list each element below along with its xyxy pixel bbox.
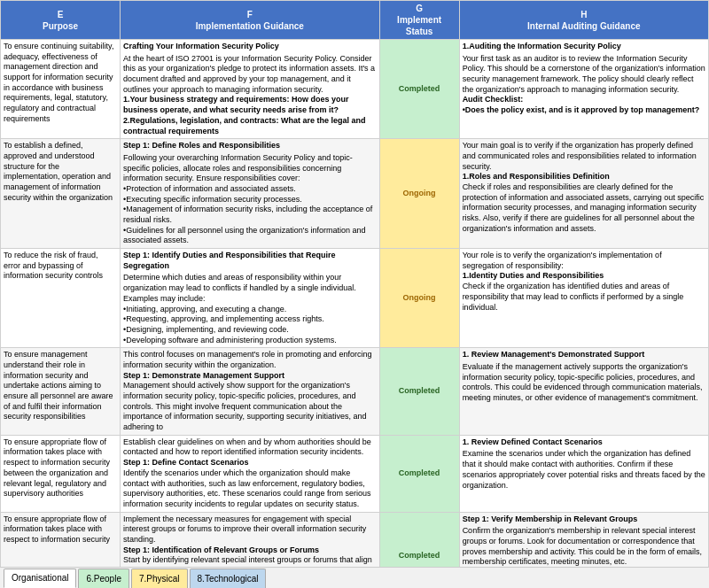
purpose-cell-4: To ensure appropriate flow of informatio… xyxy=(1,435,121,512)
col-f-header: F Implementation Guidance xyxy=(121,1,380,40)
audit-cell-0: 1.Auditing the Information Security Poli… xyxy=(459,40,708,139)
status-cell-2: Ongoing xyxy=(379,249,459,348)
audit-cell-5: Step 1: Verify Membership in Relevant Gr… xyxy=(459,512,708,567)
implementation-cell-2: Step 1: Identify Duties and Responsibili… xyxy=(121,249,380,348)
purpose-cell-2: To reduce the risk of fraud, error and b… xyxy=(1,249,121,348)
implementation-cell-0: Crafting Your Information Security Polic… xyxy=(121,40,380,139)
status-cell-5: Completed xyxy=(379,512,459,567)
implementation-cell-5: Implement the necessary measures for eng… xyxy=(121,512,380,567)
purpose-cell-5: To ensure appropriate flow of informatio… xyxy=(1,512,121,567)
col-h-header: H Internal Auditing Guidance xyxy=(459,1,708,40)
implementation-cell-4: Establish clear guidelines on when and b… xyxy=(121,435,380,512)
implementation-cell-1: Step 1: Define Roles and Responsibilitie… xyxy=(121,139,380,249)
audit-cell-4: 1. Review Defined Contact ScenariosExami… xyxy=(459,435,708,512)
col-g-header: G Implement Status xyxy=(379,1,459,40)
status-cell-1: Ongoing xyxy=(379,139,459,249)
tab-people[interactable]: 6.People xyxy=(78,569,129,588)
implementation-cell-3: This control focuses on management's rol… xyxy=(121,348,380,436)
tab-bar: Organisational 6.People 7.Physical 8.Tec… xyxy=(0,567,709,588)
tab-physical[interactable]: 7.Physical xyxy=(131,569,188,588)
audit-cell-1: Your main goal is to verify if the organ… xyxy=(459,139,708,249)
status-cell-3: Completed xyxy=(379,348,459,436)
col-e-header: E Purpose xyxy=(1,1,121,40)
table-wrapper: E Purpose F Implementation Guidance G Im… xyxy=(0,0,709,567)
status-cell-0: Completed xyxy=(379,40,459,139)
main-table: E Purpose F Implementation Guidance G Im… xyxy=(0,0,709,567)
status-cell-4: Completed xyxy=(379,435,459,512)
purpose-cell-3: To ensure management understand their ro… xyxy=(1,348,121,436)
purpose-cell-0: To ensure continuing suitability, adequa… xyxy=(1,40,121,139)
tab-organisational[interactable]: Organisational xyxy=(4,569,76,588)
audit-cell-3: 1. Review Management's Demonstrated Supp… xyxy=(459,348,708,436)
spreadsheet-container: E Purpose F Implementation Guidance G Im… xyxy=(0,0,709,588)
tab-technological[interactable]: 8.Technological xyxy=(190,569,267,588)
audit-cell-2: Your role is to verify the organization'… xyxy=(459,249,708,348)
purpose-cell-1: To establish a defined, approved and und… xyxy=(1,139,121,249)
